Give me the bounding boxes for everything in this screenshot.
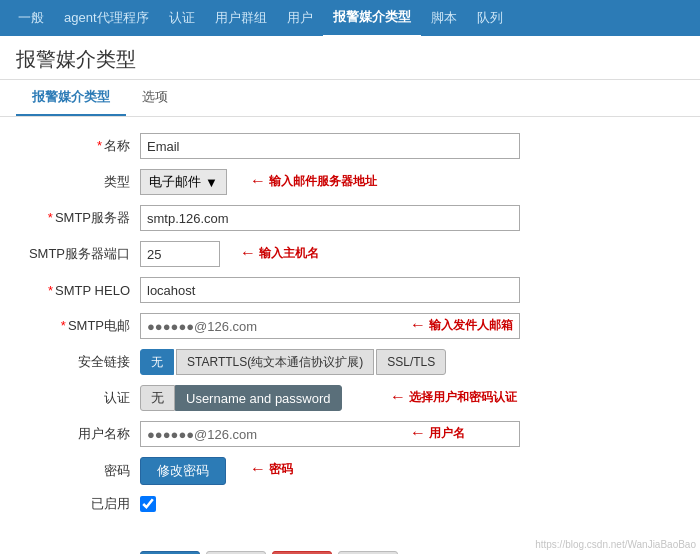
smtp-server-label: *SMTP服务器 [20,209,140,227]
tab-media-types[interactable]: 报警媒介类型 [16,80,126,116]
nav-scripts[interactable]: 脚本 [421,0,467,36]
smtp-port-input[interactable] [140,241,220,267]
annotation-arrow-type: ← [250,172,266,190]
auth-label: 认证 [20,389,140,407]
security-row: 安全链接 无 STARTTLS(纯文本通信协议扩展) SSL/TLS [20,349,680,375]
nav-general[interactable]: 一般 [8,0,54,36]
nav-usergroups[interactable]: 用户群组 [205,0,277,36]
smtp-helo-row: *SMTP HELO [20,277,680,303]
top-navigation: 一般 agent代理程序 认证 用户群组 用户 报警媒介类型 脚本 队列 [0,0,700,36]
smtp-port-row: SMTP服务器端口 ← 输入主机名 [20,241,680,267]
name-row: *名称 [20,133,680,159]
type-label: 类型 [20,173,140,191]
annotation-password: 密码 [269,461,293,478]
type-value: 电子邮件 [149,173,201,191]
type-row: 类型 电子邮件 ▼ ← 输入邮件服务器地址 [20,169,680,195]
watermark: https://blog.csdn.net/WanJiaBaoBao [535,539,696,550]
nav-agent[interactable]: agent代理程序 [54,0,159,36]
enabled-label: 已启用 [20,495,140,513]
smtp-helo-input[interactable] [140,277,520,303]
page-title-bar: 报警媒介类型 [0,36,700,80]
security-label: 安全链接 [20,353,140,371]
smtp-email-label: *SMTP电邮 [20,317,140,335]
smtp-server-row: *SMTP服务器 [20,205,680,231]
security-none-btn[interactable]: 无 [140,349,174,375]
password-row: 密码 修改密码 ← 密码 [20,457,680,485]
dropdown-arrow-icon: ▼ [205,175,218,190]
nav-auth[interactable]: 认证 [159,0,205,36]
name-label: *名称 [20,137,140,155]
smtp-email-row: *SMTP电邮 ← 输入发件人邮箱 [20,313,680,339]
annotation-auth: 选择用户和密码认证 [409,389,517,406]
nav-users[interactable]: 用户 [277,0,323,36]
change-password-btn[interactable]: 修改密码 [140,457,226,485]
nav-queue[interactable]: 队列 [467,0,513,36]
auth-row: 认证 无 Username and password ← 选择用户和密码认证 [20,385,680,411]
name-input[interactable] [140,133,520,159]
enabled-row: 已启用 [20,495,680,513]
username-row: 用户名称 ← 用户名 [20,421,680,447]
enabled-checkbox[interactable] [140,496,156,512]
smtp-port-label: SMTP服务器端口 [20,245,140,263]
page-title: 报警媒介类型 [16,46,684,73]
auth-group: 无 Username and password [140,385,342,411]
smtp-helo-label: *SMTP HELO [20,283,140,298]
type-dropdown[interactable]: 电子邮件 ▼ [140,169,227,195]
security-group: 无 STARTTLS(纯文本通信协议扩展) SSL/TLS [140,349,446,375]
auth-userpass-btn[interactable]: Username and password [175,385,342,411]
auth-none-btn[interactable]: 无 [140,385,175,411]
nav-media-types[interactable]: 报警媒介类型 [323,0,421,37]
form-area: *名称 类型 电子邮件 ▼ ← 输入邮件服务器地址 *SMTP服务器 SMTP服… [0,117,700,539]
smtp-email-input[interactable] [140,313,520,339]
tab-options[interactable]: 选项 [126,80,184,116]
username-label: 用户名称 [20,425,140,443]
annotation-arrow-auth: ← [390,388,406,406]
annotation-arrow-password: ← [250,460,266,478]
smtp-server-input[interactable] [140,205,520,231]
password-label: 密码 [20,462,140,480]
security-starttls-btn[interactable]: STARTTLS(纯文本通信协议扩展) [176,349,374,375]
annotation-type: 输入邮件服务器地址 [269,173,377,190]
annotation-arrow-helo: ← [240,244,256,262]
tab-bar: 报警媒介类型 选项 [0,80,700,117]
annotation-helo: 输入主机名 [259,245,319,262]
security-ssl-btn[interactable]: SSL/TLS [376,349,446,375]
username-input[interactable] [140,421,520,447]
required-star: * [97,138,102,153]
